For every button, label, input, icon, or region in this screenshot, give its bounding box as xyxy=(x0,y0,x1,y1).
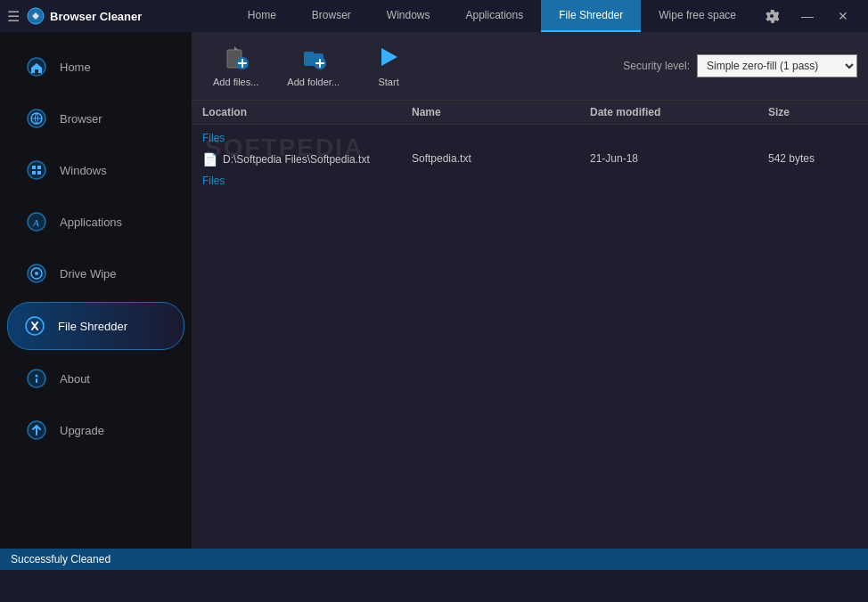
about-icon xyxy=(24,366,49,391)
minimize-button[interactable]: — xyxy=(790,0,825,32)
file-path: D:\Softpedia Files\Softpedia.txt xyxy=(223,153,370,166)
file-group-label-1: Files xyxy=(192,128,868,148)
app-icon xyxy=(27,7,45,25)
add-files-icon xyxy=(224,45,249,75)
sidebar-item-windows[interactable]: Windows xyxy=(7,147,184,193)
tab-windows[interactable]: Windows xyxy=(369,0,448,32)
browser-icon xyxy=(24,106,49,131)
close-button[interactable]: ✕ xyxy=(825,0,861,32)
windows-icon xyxy=(24,158,49,183)
sidebar-item-about-label: About xyxy=(60,372,90,386)
svg-rect-6 xyxy=(37,166,41,169)
applications-icon: A xyxy=(24,209,49,234)
settings-button[interactable] xyxy=(754,0,790,32)
start-label: Start xyxy=(378,77,398,87)
sidebar-item-upgrade[interactable]: Upgrade xyxy=(7,407,184,453)
sidebar-item-home-label: Home xyxy=(60,61,91,74)
sidebar-item-applications[interactable]: A Applications xyxy=(7,199,184,245)
sidebar-item-home[interactable]: Home xyxy=(7,44,184,90)
file-list: Files 📄 D:\Softpedia Files\Softpedia.txt… xyxy=(192,125,868,549)
nav-tabs: Home Browser Windows Applications File S… xyxy=(230,0,754,32)
status-bar: Successfuly Cleaned xyxy=(0,549,868,570)
content-area: Add files... Add folder... xyxy=(192,32,868,549)
home-icon xyxy=(24,54,49,79)
file-list-header: Location Name Date modified Size xyxy=(192,101,868,125)
column-name: Name xyxy=(412,106,590,118)
svg-marker-22 xyxy=(381,48,397,66)
add-files-label: Add files... xyxy=(213,77,258,87)
sidebar-item-applications-label: Applications xyxy=(60,216,122,229)
add-folder-button[interactable]: Add folder... xyxy=(276,39,350,93)
add-folder-icon xyxy=(301,45,326,75)
file-list-body: Files 📄 D:\Softpedia Files\Softpedia.txt… xyxy=(192,125,868,194)
sidebar-item-browser-label: Browser xyxy=(60,112,102,126)
file-date: 21-Jun-18 xyxy=(590,152,768,167)
svg-rect-5 xyxy=(32,166,36,169)
svg-text:A: A xyxy=(32,217,39,228)
file-name: Softpedia.txt xyxy=(412,152,590,167)
start-icon xyxy=(376,45,401,75)
upgrade-icon xyxy=(24,418,49,443)
status-message: Successfuly Cleaned xyxy=(11,553,111,565)
column-location: Location xyxy=(202,106,412,118)
svg-rect-8 xyxy=(37,171,41,175)
file-doc-icon: 📄 xyxy=(202,152,217,167)
svg-point-13 xyxy=(35,272,38,275)
column-size: Size xyxy=(768,106,857,118)
column-date-modified: Date modified xyxy=(590,106,768,118)
svg-point-16 xyxy=(36,375,38,378)
file-location: 📄 D:\Softpedia Files\Softpedia.txt xyxy=(202,152,412,167)
security-level-select[interactable]: Simple zero-fill (1 pass) DoD 5220.22-M … xyxy=(697,54,857,77)
sidebar-item-drive-wipe[interactable]: Drive Wipe xyxy=(7,250,184,297)
tab-home[interactable]: Home xyxy=(230,0,294,32)
toolbar: Add files... Add folder... xyxy=(192,32,868,101)
add-folder-label: Add folder... xyxy=(287,77,340,87)
title-bar: ☰ Browser Cleaner Home Browser Windows A… xyxy=(0,0,868,32)
svg-point-4 xyxy=(28,161,45,179)
add-files-button[interactable]: Add files... xyxy=(202,39,269,93)
sidebar-item-browser[interactable]: Browser xyxy=(7,95,184,142)
sidebar-item-upgrade-label: Upgrade xyxy=(60,424,104,437)
sidebar: Home Browser W xyxy=(0,32,192,549)
main-layout: Home Browser W xyxy=(0,32,868,549)
file-group-label-2: Files xyxy=(192,171,868,191)
security-level-group: Security level: Simple zero-fill (1 pass… xyxy=(623,54,857,77)
menu-icon[interactable]: ☰ xyxy=(7,8,20,25)
drive-wipe-icon xyxy=(24,261,49,286)
table-row[interactable]: 📄 D:\Softpedia Files\Softpedia.txt Softp… xyxy=(192,148,868,171)
tab-browser[interactable]: Browser xyxy=(294,0,369,32)
security-level-label: Security level: xyxy=(623,60,690,72)
tab-wipe-free-space[interactable]: Wipe free space xyxy=(641,0,754,32)
sidebar-item-drive-wipe-label: Drive Wipe xyxy=(60,267,117,281)
app-title: Browser Cleaner xyxy=(50,10,230,23)
svg-rect-7 xyxy=(32,171,36,175)
sidebar-item-file-shredder[interactable]: File Shredder xyxy=(7,302,184,350)
sidebar-item-file-shredder-label: File Shredder xyxy=(58,320,127,333)
file-shredder-icon xyxy=(22,313,47,338)
tab-file-shredder[interactable]: File Shredder xyxy=(541,0,641,32)
tab-applications[interactable]: Applications xyxy=(448,0,542,32)
sidebar-item-windows-label: Windows xyxy=(60,164,107,177)
file-size: 542 bytes xyxy=(768,152,857,167)
svg-rect-17 xyxy=(36,378,37,383)
start-button[interactable]: Start xyxy=(357,39,420,93)
sidebar-item-about[interactable]: About xyxy=(7,355,184,402)
